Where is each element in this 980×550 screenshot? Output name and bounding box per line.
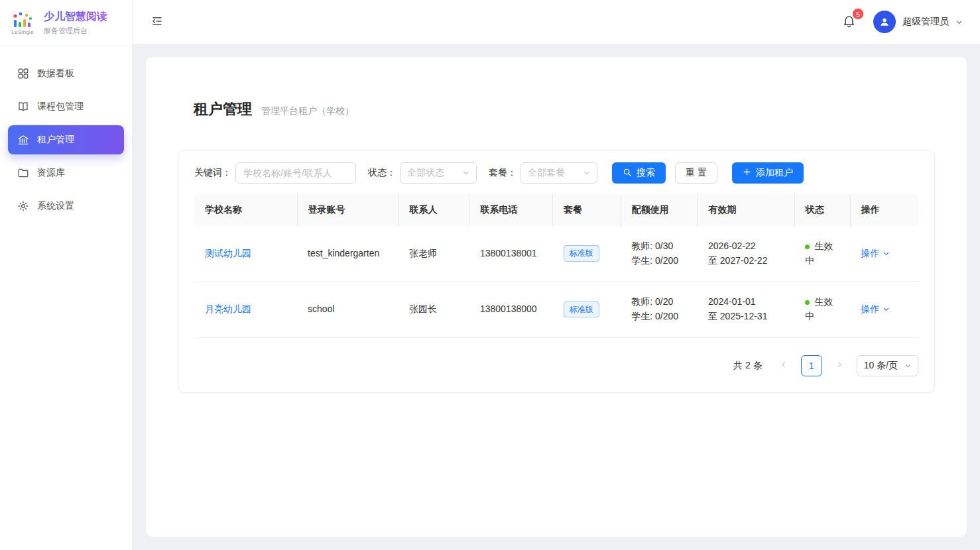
user-name: 超级管理员 (902, 16, 949, 28)
sidebar-item-resources[interactable]: 资源库 (8, 158, 124, 188)
pagination-total: 共 2 条 (733, 360, 763, 372)
pagination-next[interactable] (829, 355, 850, 376)
col-account: 登录账号 (297, 194, 398, 226)
content-area: 租户管理 管理平台租户（学校） 关键词： 状态： 全部状态 (133, 44, 980, 550)
col-validity: 有效期 (698, 194, 794, 226)
notifications-button[interactable]: 5 (839, 11, 859, 32)
chevron-left-icon (780, 360, 788, 370)
table-header: 学校名称 登录账号 联系人 联系电话 套餐 配额使用 有效期 状态 操作 (194, 194, 918, 226)
package-select-value: 全部套餐 (528, 167, 565, 179)
reset-button-label: 重 置 (686, 167, 707, 179)
sidebar-item-courses[interactable]: 课程包管理 (8, 92, 124, 121)
col-contact: 联系人 (398, 194, 469, 226)
sidebar-item-label: 课程包管理 (37, 101, 84, 113)
collapse-icon (151, 15, 163, 29)
page-card: 租户管理 管理平台租户（学校） 关键词： 状态： 全部状态 (146, 57, 967, 537)
brand: LeSingle 少儿智慧阅读 服务管理后台 (0, 0, 132, 46)
contact-cell: 张老师 (398, 226, 469, 282)
package-label: 套餐： (489, 167, 517, 179)
chevron-down-icon (583, 170, 590, 176)
school-link[interactable]: 月亮幼儿园 (205, 303, 251, 314)
chevron-down-icon (955, 19, 963, 26)
status-label: 状态： (368, 167, 396, 179)
school-link[interactable]: 测试幼儿园 (205, 248, 251, 258)
filter-bar: 关键词： 状态： 全部状态 套餐： 全部套餐 (194, 162, 918, 184)
avatar (873, 11, 896, 33)
chevron-down-icon (463, 170, 469, 176)
status-select[interactable]: 全部状态 (400, 162, 477, 184)
pagination: 共 2 条 1 10 条/页 (194, 355, 918, 376)
sidebar-item-label: 资源库 (37, 167, 65, 179)
status-badge: 生效中 (805, 241, 833, 266)
valid-to: 至 2027-02-22 (708, 254, 784, 268)
header-right: 5 超级管理员 (839, 11, 963, 33)
add-tenant-button[interactable]: 添加租户 (732, 162, 804, 184)
building-icon (17, 134, 29, 146)
dashboard-icon (17, 68, 29, 80)
keyword-label: 关键词： (194, 167, 231, 179)
valid-from: 2026-02-22 (708, 239, 784, 254)
package-badge: 标准版 (564, 302, 599, 318)
chevron-down-icon (904, 362, 911, 369)
search-icon (623, 168, 632, 179)
contact-cell: 张园长 (398, 282, 469, 337)
package-badge: 标准版 (564, 245, 599, 262)
sidebar-item-settings[interactable]: 系统设置 (8, 192, 124, 221)
app-root: LeSingle 少儿智慧阅读 服务管理后台 数据看板 课程包管理 (0, 0, 980, 550)
account-cell: test_kindergarten (297, 226, 398, 282)
sidebar-menu: 数据看板 课程包管理 租户管理 资源库 (0, 46, 132, 233)
user-menu[interactable]: 超级管理员 (873, 11, 963, 33)
sidebar: LeSingle 少儿智慧阅读 服务管理后台 数据看板 课程包管理 (0, 0, 133, 550)
status-dot (805, 245, 810, 249)
sidebar-item-label: 数据看板 (37, 68, 74, 80)
page-head: 租户管理 管理平台租户（学校） (178, 99, 935, 119)
brand-logo: LeSingle (8, 11, 37, 35)
row-action-label: 操作 (861, 248, 879, 260)
plus-icon (743, 168, 751, 178)
validity-cell: 2024-01-01 至 2025-12-31 (698, 282, 794, 337)
validity-cell: 2026-02-22 至 2027-02-22 (698, 226, 794, 282)
col-quota: 配额使用 (621, 194, 698, 226)
quota-student: 学生: 0/200 (631, 254, 687, 268)
brand-text: 少儿智慧阅读 服务管理后台 (44, 10, 107, 36)
notification-badge: 5 (852, 8, 864, 20)
avatar-user-icon (879, 16, 890, 28)
reset-button[interactable]: 重 置 (675, 162, 717, 184)
col-package: 套餐 (553, 194, 621, 226)
pagination-prev[interactable] (773, 355, 794, 376)
status-select-value: 全部状态 (407, 167, 444, 179)
logo-icon (11, 11, 34, 28)
add-tenant-button-label: 添加租户 (756, 167, 793, 179)
status-cell: 生效中 (794, 226, 850, 282)
col-status: 状态 (794, 194, 850, 226)
status-badge: 生效中 (805, 296, 833, 321)
brand-logo-text: LeSingle (11, 29, 34, 35)
chevron-down-icon (883, 304, 890, 315)
quota-teacher: 教师: 0/20 (631, 295, 687, 309)
sidebar-item-label: 租户管理 (37, 134, 74, 146)
sidebar-collapse-button[interactable] (149, 13, 166, 32)
account-cell: school (297, 282, 398, 337)
keyword-input[interactable] (235, 162, 356, 184)
tenants-table: 学校名称 登录账号 联系人 联系电话 套餐 配额使用 有效期 状态 操作 (194, 194, 918, 338)
brand-title: 少儿智慧阅读 (44, 10, 107, 24)
search-button[interactable]: 搜索 (612, 162, 666, 184)
row-action-dropdown[interactable]: 操作 (861, 303, 890, 315)
row-action-dropdown[interactable]: 操作 (861, 248, 890, 260)
tenant-panel: 关键词： 状态： 全部状态 套餐： 全部套餐 (178, 150, 935, 393)
col-school: 学校名称 (194, 194, 297, 226)
page-size-value: 10 条/页 (864, 360, 898, 372)
pagination-page-1[interactable]: 1 (801, 355, 822, 376)
quota-cell: 教师: 0/30 学生: 0/200 (621, 226, 698, 282)
sidebar-item-dashboard[interactable]: 数据看板 (8, 59, 124, 88)
gear-icon (17, 200, 29, 212)
page-size-select[interactable]: 10 条/页 (857, 355, 918, 376)
status-cell: 生效中 (794, 282, 850, 337)
book-icon (17, 101, 29, 113)
phone-cell: 13800138001 (469, 226, 553, 282)
page-title: 租户管理 (194, 99, 252, 119)
package-select[interactable]: 全部套餐 (521, 162, 597, 184)
quota-student: 学生: 0/200 (631, 309, 687, 324)
valid-from: 2024-01-01 (708, 295, 784, 309)
sidebar-item-tenants[interactable]: 租户管理 (8, 125, 124, 154)
